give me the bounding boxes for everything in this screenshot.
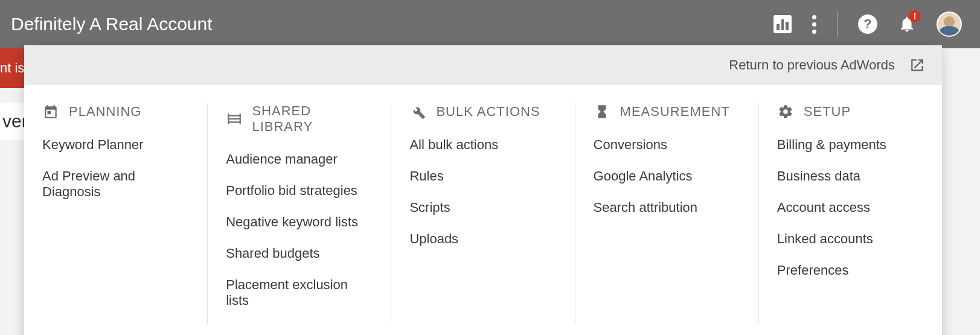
link-business-data[interactable]: Business data xyxy=(777,168,924,184)
column-planning: PLANNING Keyword Planner Ad Preview and … xyxy=(24,103,208,324)
exit-icon[interactable] xyxy=(909,57,925,73)
link-audience-manager[interactable]: Audience manager xyxy=(226,152,373,167)
link-conversions[interactable]: Conversions xyxy=(594,137,740,153)
library-icon xyxy=(226,110,242,127)
reports-icon[interactable] xyxy=(773,15,792,33)
column-title: SHARED LIBRARY xyxy=(252,103,373,135)
help-icon[interactable]: ? xyxy=(858,14,877,34)
link-scripts[interactable]: Scripts xyxy=(409,200,556,215)
link-shared-budgets[interactable]: Shared budgets xyxy=(226,246,373,261)
link-google-analytics[interactable]: Google Analytics xyxy=(594,168,740,184)
column-title: PLANNING xyxy=(69,104,141,120)
wrench-icon xyxy=(409,103,426,120)
link-placement-exclusion[interactable]: Placement exclusion lists xyxy=(226,277,373,308)
topbar-divider xyxy=(837,11,837,37)
link-linked-accounts[interactable]: Linked accounts xyxy=(777,231,924,247)
notifications-icon[interactable]: ! xyxy=(898,15,916,33)
link-portfolio-bid[interactable]: Portfolio bid strategies xyxy=(226,183,373,199)
menu-columns: PLANNING Keyword Planner Ad Preview and … xyxy=(24,85,942,335)
column-title: MEASUREMENT xyxy=(620,104,730,120)
app-topbar: Definitely A Real Account ? ! xyxy=(0,0,980,48)
user-avatar[interactable] xyxy=(937,11,962,37)
behind-text-fragment: ver xyxy=(0,103,25,140)
more-menu-icon[interactable] xyxy=(812,15,816,34)
column-measurement: MEASUREMENT Conversions Google Analytics… xyxy=(575,103,759,324)
column-title: SETUP xyxy=(804,104,851,120)
calendar-icon xyxy=(42,103,59,120)
panel-top-bar: Return to previous AdWords xyxy=(24,45,942,85)
alert-bar: nt is xyxy=(0,48,24,88)
link-keyword-planner[interactable]: Keyword Planner xyxy=(42,137,189,153)
link-ad-preview[interactable]: Ad Preview and Diagnosis xyxy=(42,168,189,200)
column-bulk-actions: BULK ACTIONS All bulk actions Rules Scri… xyxy=(391,103,575,324)
tools-mega-menu: Return to previous AdWords PLANNING Keyw… xyxy=(24,45,942,335)
link-negative-keywords[interactable]: Negative keyword lists xyxy=(226,214,373,230)
link-preferences[interactable]: Preferences xyxy=(777,263,924,278)
link-billing[interactable]: Billing & payments xyxy=(777,137,924,153)
column-shared-library: SHARED LIBRARY Audience manager Portfoli… xyxy=(208,103,391,324)
link-all-bulk-actions[interactable]: All bulk actions xyxy=(409,137,556,153)
link-search-attribution[interactable]: Search attribution xyxy=(594,200,740,215)
link-account-access[interactable]: Account access xyxy=(777,200,924,215)
topbar-right-icons: ? ! xyxy=(773,11,962,37)
column-setup: SETUP Billing & payments Business data A… xyxy=(759,103,942,324)
column-title: BULK ACTIONS xyxy=(436,104,540,120)
account-title: Definitely A Real Account xyxy=(11,14,213,34)
link-uploads[interactable]: Uploads xyxy=(409,231,556,247)
return-link[interactable]: Return to previous AdWords xyxy=(729,57,895,73)
settings-icon xyxy=(777,103,794,120)
alert-text-fragment: nt is xyxy=(0,60,24,76)
notification-badge: ! xyxy=(909,10,921,22)
hourglass-icon xyxy=(594,103,610,120)
link-rules[interactable]: Rules xyxy=(409,168,556,184)
